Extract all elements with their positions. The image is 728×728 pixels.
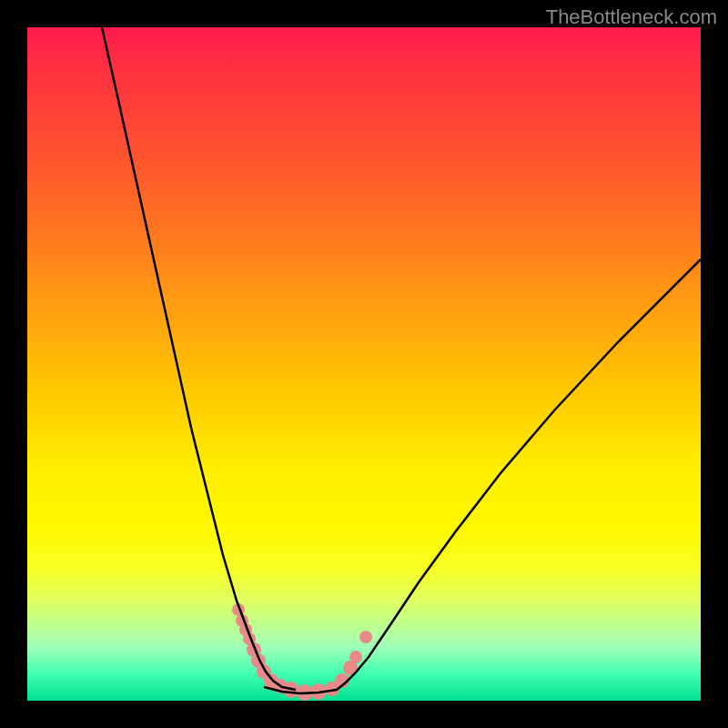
chart-plot-area — [27, 27, 701, 701]
chart-svg — [27, 27, 701, 701]
watermark-text: TheBottleneck.com — [546, 5, 717, 29]
highlight-markers — [232, 603, 372, 701]
curve-left — [102, 27, 296, 690]
highlight-dot — [359, 631, 372, 643]
highlight-dot — [349, 651, 362, 663]
curve-right — [337, 259, 701, 690]
